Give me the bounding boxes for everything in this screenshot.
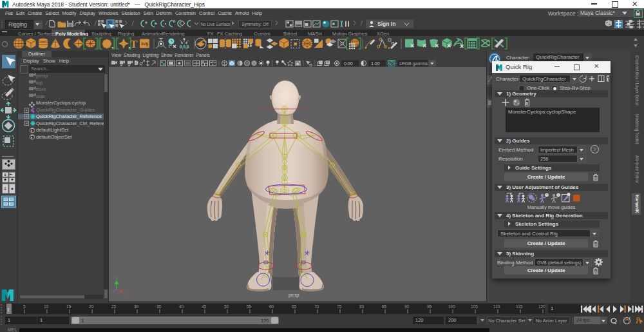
svg-text:front: front [36, 86, 46, 92]
svg-text:55: 55 [247, 304, 252, 309]
svg-text:svg: svg [141, 41, 148, 46]
svg-text:60: 60 [269, 304, 274, 309]
svg-text:25: 25 [111, 304, 117, 309]
svg-text:persp: persp [289, 293, 299, 298]
svg-text:persp: persp [36, 73, 48, 79]
svg-text:QuickRigCharacter_Guides: QuickRigCharacter_Guides [36, 107, 95, 113]
svg-text:20: 20 [89, 304, 94, 309]
svg-text:0,0,0: 0,0,0 [180, 44, 189, 50]
svg-text:40: 40 [179, 304, 184, 309]
svg-text:defaultObjectSet: defaultObjectSet [36, 134, 72, 140]
svg-text:95: 95 [427, 304, 432, 309]
svg-text:T: T [130, 38, 138, 50]
svg-text:15: 15 [66, 304, 71, 309]
svg-text:defaultLightSet: defaultLightSet [36, 127, 69, 133]
svg-text:120: 120 [538, 304, 545, 309]
svg-text:70: 70 [314, 304, 319, 309]
svg-text:85: 85 [382, 304, 387, 309]
svg-text:90: 90 [404, 304, 410, 309]
svg-text:50: 50 [224, 304, 229, 309]
svg-text:45: 45 [202, 304, 207, 309]
svg-text:5: 5 [23, 304, 26, 309]
svg-text:75: 75 [337, 304, 342, 309]
svg-text:30: 30 [134, 304, 139, 309]
svg-text:sRGB gamma: sRGB gamma [399, 61, 428, 66]
svg-text:side: side [36, 93, 45, 99]
svg-text:65: 65 [292, 304, 297, 309]
svg-text:100: 100 [448, 304, 455, 309]
svg-text:Sign In: Sign In [377, 21, 395, 27]
svg-text:10: 10 [44, 304, 49, 309]
svg-text:110: 110 [493, 304, 500, 309]
svg-text:35: 35 [156, 304, 162, 309]
svg-text:QuickRigCharacter_Ctrl_Referen: QuickRigCharacter_Ctrl_Reference [36, 121, 104, 126]
svg-text:y: y [116, 277, 118, 280]
svg-text:QuickRigCharacter_Reference: QuickRigCharacter_Reference [36, 113, 102, 119]
svg-text:1.00: 1.00 [371, 61, 380, 66]
svg-text:105: 105 [471, 304, 478, 309]
svg-text:80: 80 [359, 304, 365, 309]
svg-text:115: 115 [516, 304, 523, 309]
svg-text:top: top [36, 80, 43, 86]
svg-text:0.00: 0.00 [344, 61, 353, 66]
svg-text:MonsterCyclops:cyclop: MonsterCyclops:cyclop [36, 100, 86, 106]
svg-text:x: x [124, 291, 126, 295]
